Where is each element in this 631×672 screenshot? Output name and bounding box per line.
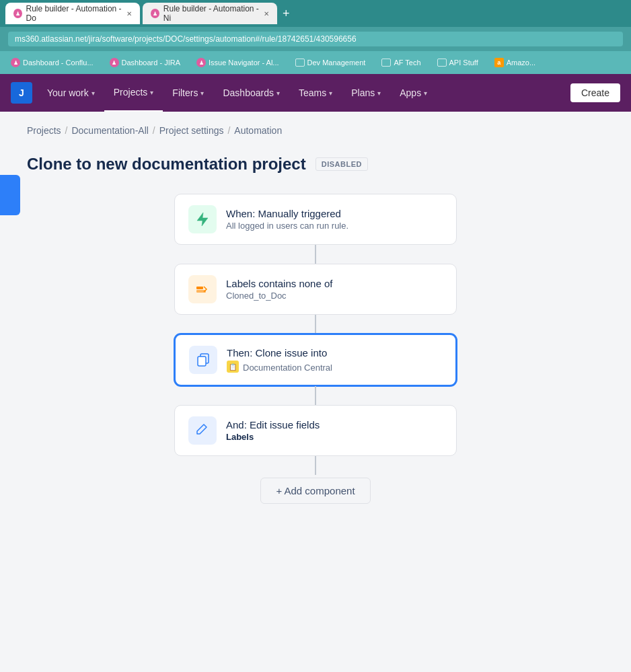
folder-icon-2 bbox=[381, 59, 391, 67]
breadcrumb: Projects / Documentation-All / Project s… bbox=[0, 112, 631, 141]
folder-icon-3 bbox=[437, 59, 447, 67]
nav-projects[interactable]: Projects ▾ bbox=[104, 74, 163, 112]
nav-filters-label: Filters bbox=[172, 87, 198, 98]
new-tab-button[interactable]: + bbox=[283, 7, 290, 21]
clone-text: Then: Clone issue into 📋 Documentation C… bbox=[227, 347, 442, 373]
navbar: J Your work ▾ Projects ▾ Filters ▾ Dashb… bbox=[0, 74, 631, 112]
nav-dashboards[interactable]: Dashboards ▾ bbox=[213, 74, 289, 112]
add-component-row: + Add component bbox=[260, 478, 370, 504]
bookmark-label-1: Dashboard - Conflu... bbox=[23, 59, 94, 67]
nav-plans-label: Plans bbox=[351, 87, 375, 98]
breadcrumb-automation: Automation bbox=[234, 125, 282, 136]
bookmark-label-6: API Stuff bbox=[449, 59, 478, 67]
breadcrumb-sep-3: / bbox=[227, 125, 230, 136]
nav-teams[interactable]: Teams ▾ bbox=[289, 74, 342, 112]
breadcrumb-project-settings[interactable]: Project settings bbox=[159, 125, 224, 136]
page-title-row: Clone to new documentation project DISAB… bbox=[27, 155, 604, 174]
clone-icon bbox=[189, 346, 217, 374]
address-bar bbox=[0, 27, 631, 51]
condition-title: Labels contains none of bbox=[226, 278, 443, 289]
connector-3 bbox=[315, 386, 316, 405]
page-title: Clone to new documentation project bbox=[27, 155, 306, 174]
trigger-title: When: Manually triggered bbox=[226, 208, 443, 219]
edit-subtitle: Labels bbox=[226, 432, 443, 442]
svg-rect-0 bbox=[196, 287, 203, 289]
trigger-subtitle: All logged in users can run rule. bbox=[226, 221, 443, 231]
bookmarks-bar: ♟ Dashboard - Conflu... ♟ Dashboard - JI… bbox=[0, 51, 631, 74]
labels-icon bbox=[188, 275, 217, 303]
create-button[interactable]: Create bbox=[570, 83, 620, 102]
trigger-text: When: Manually triggered All logged in u… bbox=[226, 208, 443, 231]
connector-1 bbox=[315, 245, 316, 264]
nav-your-work-label: Your work bbox=[47, 87, 89, 98]
add-component-button[interactable]: + Add component bbox=[260, 478, 370, 504]
tab-2[interactable]: ♟ Rule builder - Automation - Ni ✕ bbox=[143, 3, 277, 24]
bookmark-icon-1: ♟ bbox=[11, 58, 20, 67]
breadcrumb-projects[interactable]: Projects bbox=[27, 125, 61, 136]
filters-chevron-icon: ▾ bbox=[200, 89, 204, 97]
bookmark-label-7: Amazo... bbox=[507, 59, 535, 67]
teams-chevron-icon: ▾ bbox=[329, 89, 332, 97]
amazon-icon: a bbox=[494, 58, 504, 67]
nav-apps-label: Apps bbox=[400, 87, 421, 98]
bookmark-amazon[interactable]: a Amazo... bbox=[489, 56, 541, 69]
bookmark-label-5: AF Tech bbox=[394, 59, 420, 67]
bookmark-label-4: Dev Management bbox=[307, 59, 366, 67]
condition-subtitle: Cloned_to_Doc bbox=[226, 291, 443, 301]
address-input[interactable] bbox=[8, 32, 623, 46]
bookmark-label-3: Issue Navigator - Al... bbox=[209, 59, 279, 67]
tab-1-close[interactable]: ✕ bbox=[126, 10, 132, 17]
plans-chevron-icon: ▾ bbox=[377, 89, 381, 97]
edit-title: And: Edit issue fields bbox=[226, 419, 443, 431]
sidebar-accent bbox=[0, 175, 20, 215]
logo-letter: J bbox=[19, 87, 24, 98]
bookmark-label-2: Dashboard - JIRA bbox=[122, 59, 180, 67]
bookmark-dev-mgmt[interactable]: Dev Management bbox=[290, 57, 371, 69]
bookmark-issue-nav[interactable]: ♟ Issue Navigator - Al... bbox=[191, 56, 285, 69]
clone-title: Then: Clone issue into bbox=[227, 347, 442, 359]
flow-diagram: When: Manually triggered All logged in u… bbox=[27, 194, 604, 504]
jira-logo[interactable]: J bbox=[11, 82, 32, 104]
bookmark-icon-2: ♟ bbox=[110, 58, 119, 67]
nav-filters[interactable]: Filters ▾ bbox=[163, 74, 213, 112]
tab-1-icon: ♟ bbox=[13, 9, 22, 18]
condition-text: Labels contains none of Cloned_to_Doc bbox=[226, 278, 443, 301]
flow-step-clone[interactable]: Then: Clone issue into 📋 Documentation C… bbox=[174, 334, 457, 386]
main-content: Clone to new documentation project DISAB… bbox=[0, 141, 631, 612]
breadcrumb-sep-2: / bbox=[153, 125, 155, 136]
clone-project-row: 📋 Documentation Central bbox=[227, 361, 442, 373]
flow-step-trigger[interactable]: When: Manually triggered All logged in u… bbox=[174, 194, 457, 245]
bookmark-af-tech[interactable]: AF Tech bbox=[376, 57, 426, 69]
nav-dashboards-label: Dashboards bbox=[223, 87, 274, 98]
nav-teams-label: Teams bbox=[299, 87, 326, 98]
browser-chrome: ♟ Rule builder - Automation - Do ✕ ♟ Rul… bbox=[0, 0, 631, 27]
bookmark-icon-3: ♟ bbox=[196, 58, 206, 67]
folder-icon-1 bbox=[295, 59, 305, 67]
svg-rect-3 bbox=[198, 357, 206, 366]
tab-1[interactable]: ♟ Rule builder - Automation - Do ✕ bbox=[5, 3, 140, 24]
edit-icon bbox=[188, 416, 217, 445]
nav-apps[interactable]: Apps ▾ bbox=[390, 74, 437, 112]
your-work-chevron-icon: ▾ bbox=[91, 89, 95, 97]
project-badge-icon: 📋 bbox=[227, 361, 239, 373]
flow-step-condition[interactable]: Labels contains none of Cloned_to_Doc bbox=[174, 264, 457, 315]
breadcrumb-doc-all[interactable]: Documentation-All bbox=[71, 125, 148, 136]
bookmark-confluenece[interactable]: ♟ Dashboard - Conflu... bbox=[5, 56, 99, 69]
tab-2-close[interactable]: ✕ bbox=[264, 10, 269, 17]
projects-chevron-icon: ▾ bbox=[150, 89, 153, 96]
connector-4 bbox=[315, 456, 316, 475]
dashboards-chevron-icon: ▾ bbox=[276, 89, 280, 97]
bookmark-api-stuff[interactable]: API Stuff bbox=[432, 57, 484, 69]
clone-subtitle: Documentation Central bbox=[243, 363, 332, 373]
apps-chevron-icon: ▾ bbox=[424, 89, 427, 97]
tab-2-icon: ♟ bbox=[151, 9, 159, 18]
disabled-badge: DISABLED bbox=[316, 157, 368, 171]
tab-1-label: Rule builder - Automation - Do bbox=[26, 4, 123, 23]
nav-your-work[interactable]: Your work ▾ bbox=[38, 74, 104, 112]
breadcrumb-sep-1: / bbox=[65, 125, 68, 136]
nav-plans[interactable]: Plans ▾ bbox=[342, 74, 390, 112]
bookmark-jira[interactable]: ♟ Dashboard - JIRA bbox=[104, 56, 186, 69]
flow-step-edit[interactable]: And: Edit issue fields Labels bbox=[174, 405, 457, 456]
trigger-icon bbox=[188, 205, 217, 233]
tab-2-label: Rule builder - Automation - Ni bbox=[163, 4, 260, 23]
